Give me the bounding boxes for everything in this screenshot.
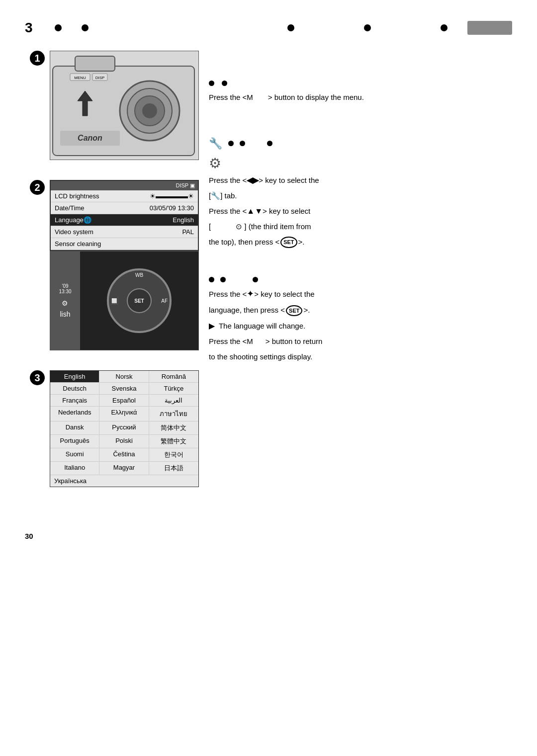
step1-dot2 — [222, 81, 227, 86]
lang-cell-nederlands: Nederlands — [50, 407, 99, 421]
step2-dot3 — [267, 141, 272, 146]
control-left-strip: '09 13:30 ⚙ lish — [50, 252, 80, 350]
camera-sketch-image: MENU DISP Canon — [50, 51, 199, 160]
header-dot-5 — [441, 24, 448, 31]
step1-dot1 — [209, 81, 214, 86]
lcd-label-brightness: LCD brightness — [55, 192, 99, 200]
step2-row: 2 DISP ▣ LCD brightness ☀▬▬▬▬▬☀ Date/Tim… — [25, 180, 194, 350]
lang-cell-japanese: 日本語 — [149, 462, 198, 475]
lang-cell-svenska: Svenska — [99, 383, 149, 394]
lang-row-1: English Norsk Română — [50, 371, 198, 383]
lang-cell-greek: Ελληνικά — [99, 407, 149, 421]
lang-cell-traditionalchinese: 繁體中文 — [149, 435, 198, 448]
lang-cell-romana: Română — [149, 371, 198, 382]
lcd-header-text: DISP ▣ — [176, 182, 195, 189]
header-bar — [467, 21, 512, 35]
svg-point-5 — [142, 103, 157, 118]
control-dial: SET WB AF 🔲 — [107, 268, 172, 333]
lang-row-6: Português Polski 繁體中文 — [50, 435, 198, 448]
step3-language-change: ▶ The language will change. — [209, 320, 512, 332]
lang-cell-suomi: Suomi — [50, 448, 99, 461]
lang-row-8: Italiano Magyar 日本語 — [50, 462, 198, 475]
page-header: 3 — [25, 20, 512, 36]
control-panel: '09 13:30 ⚙ lish SET WB AF 🔲 — [50, 251, 199, 350]
lang-cell-simplifiedchinese: 简体中文 — [149, 421, 198, 434]
step2-dot2 — [240, 141, 245, 146]
icon-left-right-arrow: ◀▶ — [247, 176, 259, 184]
camera-svg: MENU DISP Canon — [50, 51, 199, 160]
lcd-screen: DISP ▣ LCD brightness ☀▬▬▬▬▬☀ Date/Time … — [50, 180, 199, 251]
step3-number: 3 — [30, 370, 45, 385]
step2-number: 2 — [30, 180, 45, 195]
svg-text:MENU: MENU — [74, 76, 86, 80]
header-dots-row — [55, 21, 512, 35]
page-footer: 30 — [25, 532, 512, 540]
step1-instruction: Press the <M> button to display the menu… — [209, 92, 512, 103]
lcd-row-datetime: Date/Time 03/05/'09 13:30 — [51, 202, 198, 214]
dial-af-label: AF — [161, 298, 168, 304]
step1-text-area: Press the <M> button to display the menu… — [209, 51, 512, 107]
lang-cell-ukrainian: Українська — [50, 475, 198, 487]
step1-image: MENU DISP Canon — [50, 51, 199, 160]
lcd-value-datetime: 03/05/'09 13:30 — [150, 204, 194, 212]
language-grid: English Norsk Română Deutsch Svenska Tür… — [50, 370, 199, 487]
lang-cell-thai: ภาษาไทย — [149, 407, 198, 421]
icon-up-down-arrow: ▲▼ — [247, 207, 263, 215]
step3-instruction1: Press the <✦> key to select the — [209, 287, 512, 301]
lang-row-3: Français Español العربية — [50, 395, 198, 407]
icon-set-button: SET — [280, 237, 297, 248]
control-right-area: SET WB AF 🔲 — [80, 252, 198, 350]
main-content: 1 — [25, 51, 512, 502]
lang-row-5: Dansk Русский 简体中文 — [50, 421, 198, 435]
lcd-row-language: Language🌐 English — [51, 214, 198, 226]
step2-instruction1: Press the <◀▶> key to select the — [209, 174, 512, 186]
step2-instruction3: [⊙ ] (the third item from — [209, 221, 512, 233]
icon-wrench-tab: 🔧 — [211, 191, 220, 200]
lang-cell-arabic: العربية — [149, 395, 198, 406]
header-dot-3 — [287, 24, 294, 31]
dial-icon-left: 🔲 — [110, 297, 118, 305]
icon-set-button-2: SET — [286, 305, 302, 317]
left-column: 1 — [25, 51, 194, 502]
lang-row-7: Suomi Čeština 한국어 — [50, 448, 198, 462]
step3-dot3 — [253, 277, 258, 282]
lcd-label-datetime: Date/Time — [55, 204, 84, 212]
step1-row: 1 — [25, 51, 194, 160]
step1-header-dots — [209, 81, 512, 86]
chapter-number: 3 — [25, 20, 40, 36]
step3-text-area: Press the <✦> key to select the language… — [209, 272, 512, 366]
lcd-row-video: Video system PAL — [51, 226, 198, 238]
step2-images: DISP ▣ LCD brightness ☀▬▬▬▬▬☀ Date/Time … — [50, 180, 199, 350]
step2-instruction2: Press the <▲▼> key to select — [209, 205, 512, 217]
svg-text:DISP: DISP — [95, 76, 105, 80]
bullet-arrow-icon: ▶ — [209, 322, 215, 330]
step2-instruction4: the top), then press <SET>. — [209, 237, 512, 248]
control-datetime: '09 13:30 — [55, 283, 75, 294]
lcd-value-video: PAL — [182, 228, 194, 236]
icon-wrench: 🔧 — [209, 137, 222, 150]
icon-language-display: lish — [60, 310, 70, 318]
lang-row-9: Українська — [50, 475, 198, 487]
step3-instruction2: language, then press <SET>. — [209, 305, 512, 316]
step3-dot2 — [220, 277, 226, 282]
step2-icon-row: ⚙ — [209, 155, 512, 171]
lcd-header: DISP ▣ — [51, 181, 198, 190]
step3-return-instruction: Press the <M> button to return — [209, 336, 512, 347]
lang-row-2: Deutsch Svenska Türkçe — [50, 383, 198, 395]
right-column: Press the <M> button to display the menu… — [194, 51, 512, 502]
lcd-value-language: English — [173, 216, 194, 224]
step3-num-col: 3 — [25, 370, 50, 389]
lcd-row-brightness: LCD brightness ☀▬▬▬▬▬☀ — [51, 190, 198, 202]
icon-settings: ⚙ — [62, 299, 68, 307]
dial-wb-label: WB — [135, 272, 143, 278]
control-icons: ⚙ lish — [60, 299, 70, 318]
svg-text:Canon: Canon — [78, 134, 102, 142]
step1-num-col: 1 — [25, 51, 50, 70]
header-dot-1 — [55, 24, 62, 31]
lang-cell-dansk: Dansk — [50, 421, 99, 434]
step3-row: 3 English Norsk Română Deutsch Svenska T… — [25, 370, 194, 487]
icon-compass-arrow: ✦ — [247, 289, 254, 299]
step3-shooting-display: to the shooting settings display. — [209, 351, 512, 363]
header-dot-4 — [364, 24, 371, 31]
step2-text-area: 🔧 ⚙ Press the <◀▶> key to select the [🔧]… — [209, 127, 512, 252]
